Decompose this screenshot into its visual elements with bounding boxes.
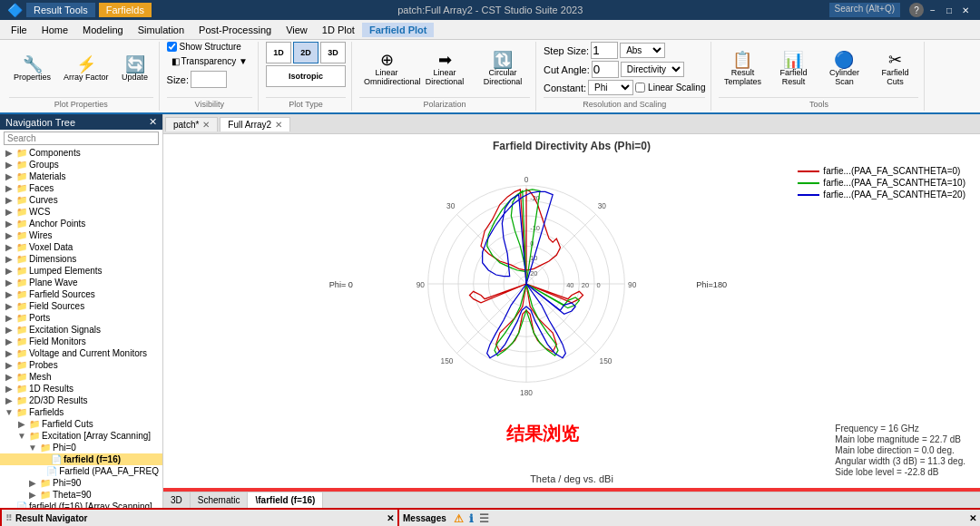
cut-angle-input[interactable] [592, 61, 619, 78]
linear-omni-button[interactable]: ⊕ Linear Omnidirectional [359, 49, 414, 89]
legend-item-2: farfie...(PAA_FA_SCANTHETA=20) [798, 190, 965, 200]
stat-4: Side lobe level = -22.8 dB [835, 467, 965, 477]
cylinder-scan-button[interactable]: 🔵 Cylinder Scan [820, 49, 867, 89]
1d-button[interactable]: 1D [266, 42, 291, 63]
tree-item-faces[interactable]: ▶📁Faces [0, 182, 162, 194]
tree-item-anchor-points[interactable]: ▶📁Anchor Points [0, 218, 162, 229]
farfields-tab[interactable]: Farfields [99, 3, 152, 17]
window-controls: Search (Alt+Q) ? − □ ✕ [829, 3, 973, 17]
tree-item-excitation-signals[interactable]: ▶📁Excitation Signals [0, 324, 162, 336]
isotropic-button[interactable]: Isotropic [266, 65, 346, 87]
menu-file[interactable]: File [4, 23, 34, 37]
svg-text:150: 150 [441, 356, 454, 365]
menu-modeling[interactable]: Modeling [75, 23, 131, 37]
menu-farfield-plot[interactable]: Farfield Plot [362, 23, 435, 37]
ribbon: 🔧 Properties ⚡ Array Factor 🔄 Update Plo… [0, 40, 980, 114]
tree-item-excitation-array[interactable]: ▼📁Excitation [Array Scanning] [0, 430, 162, 442]
minimize-button[interactable]: − [926, 3, 940, 17]
tree-item-materials[interactable]: ▶📁Materials [0, 170, 162, 182]
properties-button[interactable]: 🔧 Properties [9, 54, 55, 84]
legend-label-1: farfie...(PAA_FA_SCANTHETA=10) [823, 178, 965, 188]
farfield-result-button[interactable]: 📊 Farfield Result [769, 49, 817, 89]
tab-farfield-result[interactable]: \farfield (f=16) [248, 492, 323, 508]
msg-list-icon: ☰ [479, 512, 489, 525]
tree-item-farfield-f16-array[interactable]: 📄farfield (f=16) [Array Scanning] [0, 501, 162, 508]
menu-post-processing[interactable]: Post-Processing [191, 23, 279, 37]
tree-item-curves[interactable]: ▶📁Curves [0, 194, 162, 206]
svg-text:150: 150 [600, 356, 612, 365]
tree-item-plane-wave[interactable]: ▶📁Plane Wave [0, 277, 162, 288]
show-structure-checkbox[interactable]: Show Structure [167, 42, 241, 52]
tree-item-ports[interactable]: ▶📁Ports [0, 312, 162, 324]
size-input[interactable] [191, 71, 227, 88]
3d-button[interactable]: 3D [320, 42, 346, 63]
tree-item-phi0[interactable]: ▼📁Phi=0 [0, 442, 162, 453]
tree-item-farfield-f16[interactable]: 📄farfield (f=16) [0, 453, 162, 465]
tree-item-wires[interactable]: ▶📁Wires [0, 229, 162, 241]
app-icon: 🔷 [7, 3, 23, 17]
tree-item-field-sources[interactable]: ▶📁Field Sources [0, 300, 162, 312]
tree-item-theta90[interactable]: ▶📁Theta=90 [0, 489, 162, 501]
tree-item-phi90[interactable]: ▶📁Phi=90 [0, 477, 162, 489]
result-navigator: ⠿ Result Navigator ✕ 3D Run ID PAA_FA_SC… [0, 510, 399, 526]
stat-3: Angular width (3 dB) = 11.3 deg. [835, 456, 965, 466]
svg-text:0: 0 [597, 281, 601, 289]
linear-scaling-checkbox[interactable]: Linear Scaling [635, 83, 705, 93]
nav-tree-close[interactable]: ✕ [149, 116, 157, 128]
x-axis-label: Theta / deg vs. dBi [530, 473, 613, 484]
plot-properties-label: Plot Properties [9, 97, 153, 111]
tree-item-lumped-elements[interactable]: ▶📁Lumped Elements [0, 265, 162, 277]
tab-patch-close[interactable]: ✕ [202, 120, 210, 130]
tree-item-components[interactable]: ▶📁Components [0, 147, 162, 159]
tree-item-dimensions[interactable]: ▶📁Dimensions [0, 253, 162, 265]
nav-search-input[interactable] [4, 132, 159, 145]
result-templates-button[interactable]: 📋 Result Templates [719, 49, 766, 89]
tree-item-voxel-data[interactable]: ▶📁Voxel Data [0, 241, 162, 253]
update-button[interactable]: 🔄 Update [117, 54, 153, 84]
tree-item-farfield-sources[interactable]: ▶📁Farfield Sources [0, 288, 162, 300]
plot-type-group: 1D 2D 3D Isotropic Plot Type [260, 42, 352, 111]
legend-label-0: farfie...(PAA_FA_SCANTHETA=0) [823, 166, 960, 176]
tree-item-wcs[interactable]: ▶📁WCS [0, 206, 162, 218]
help-icon[interactable]: ? [909, 3, 924, 17]
tab-full-array-close[interactable]: ✕ [275, 120, 282, 130]
polarization-label: Polarization [359, 97, 530, 111]
tab-schematic[interactable]: Schematic [191, 492, 249, 508]
menu-view[interactable]: View [279, 23, 315, 37]
abs-select[interactable]: Abs [620, 43, 665, 58]
msg-close[interactable]: ✕ [969, 513, 976, 523]
tree-item-field-monitors[interactable]: ▶📁Field Monitors [0, 336, 162, 347]
tree-item-probes[interactable]: ▶📁Probes [0, 359, 162, 371]
directivity-select[interactable]: Directivity [621, 62, 684, 77]
tree-item-farfield-paa[interactable]: 📄Farfield (PAA_FA_FREQ [0, 465, 162, 477]
array-factor-button[interactable]: ⚡ Array Factor [59, 54, 113, 84]
tree-item-farfields[interactable]: ▼📁Farfields [0, 406, 162, 418]
transparency-button[interactable]: ◧ Transparency ▼ [167, 54, 252, 69]
tree-item-farfield-cuts[interactable]: ▶📁Farfield Cuts [0, 418, 162, 430]
rn-close[interactable]: ✕ [387, 513, 394, 523]
menu-home[interactable]: Home [34, 23, 75, 37]
tree-item-2d3d-results[interactable]: ▶📁2D/3D Results [0, 394, 162, 406]
menu-1d-plot[interactable]: 1D Plot [315, 23, 362, 37]
tree-item-voltage-current[interactable]: ▶📁Voltage and Current Monitors [0, 347, 162, 359]
svg-text:0: 0 [524, 175, 529, 184]
search-box[interactable]: Search (Alt+Q) [829, 3, 900, 17]
tree-item-groups[interactable]: ▶📁Groups [0, 159, 162, 170]
menu-simulation[interactable]: Simulation [131, 23, 191, 37]
circular-directional-button[interactable]: 🔃 Circular Directional [475, 49, 530, 89]
result-tools-tab[interactable]: Result Tools [26, 3, 95, 17]
linear-directional-button[interactable]: ➡ Linear Directional [417, 49, 472, 89]
phi-select[interactable]: Phi [588, 80, 633, 95]
tree-item-1d-results[interactable]: ▶📁1D Results [0, 383, 162, 394]
close-button[interactable]: ✕ [958, 3, 973, 17]
maximize-button[interactable]: □ [942, 3, 956, 17]
2d-button[interactable]: 2D [293, 42, 318, 63]
tab-3d[interactable]: 3D [163, 492, 191, 508]
farfield-cuts-button[interactable]: ✂ Farfield Cuts [871, 49, 918, 89]
tree-item-mesh[interactable]: ▶📁Mesh [0, 371, 162, 383]
visibility-group: Show Structure ◧ Transparency ▼ Size: Vi… [162, 42, 259, 111]
messages-header: Messages ⚠ ℹ ☰ ✕ [399, 510, 980, 526]
tab-full-array[interactable]: Full Array2 ✕ [220, 117, 290, 132]
step-size-input[interactable] [591, 42, 618, 59]
tab-patch[interactable]: patch* ✕ [165, 117, 218, 132]
